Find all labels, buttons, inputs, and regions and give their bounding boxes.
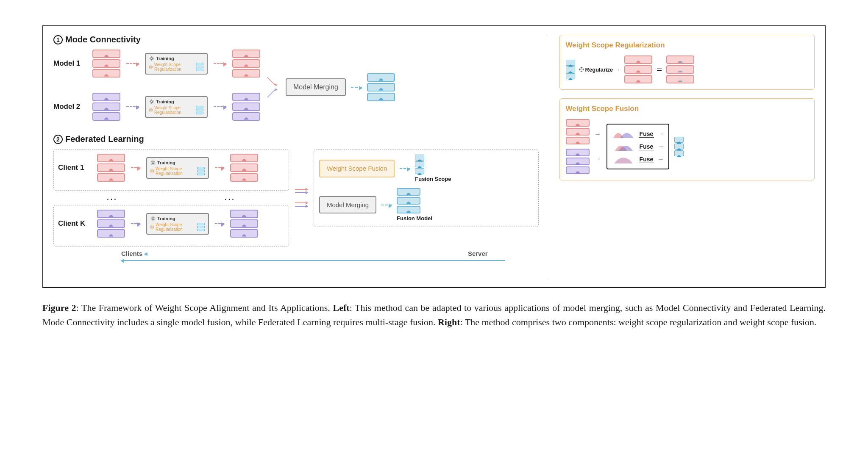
clients-column: Client 1 Training ⊙Weight Scope Regular <box>53 149 289 246</box>
arrow-icon <box>351 87 362 88</box>
fusion-flow: → → Fuse→ Fuse→ Fuse→ <box>566 119 808 174</box>
source-layers <box>624 55 652 83</box>
model-2-row: Model 2 Training ⊙Weight Scope Regulariz… <box>53 93 260 121</box>
arrow-icon <box>215 167 224 168</box>
merged-layers <box>367 73 395 101</box>
gear-icon <box>149 56 154 61</box>
ellipsis-1: ... <box>107 194 117 202</box>
figure-caption: Figure 2: The Framework of Weight Scope … <box>42 301 826 330</box>
federated-learning-section: 2 Federated Learning Client 1 <box>53 134 539 261</box>
wsr-label: Weight Scope Regularization <box>154 62 194 72</box>
training-box-client-1: Training ⊙Weight Scope Regularization <box>146 157 209 179</box>
client-1-label: Client 1 <box>58 163 91 172</box>
svg-point-0 <box>151 57 153 59</box>
distribution-blob-icon <box>612 129 635 139</box>
server-box: Weight Scope Fusion Fusion Scope Model M… <box>314 149 539 227</box>
mode-connectivity-flow: Model 1 Training ⊙Weight Scope Regulariz… <box>53 50 539 125</box>
arrow-icon <box>126 106 139 107</box>
target-icon: ⊙ <box>149 65 153 69</box>
training-box-client-k: Training ⊙Weight Scope Regularization <box>146 213 209 235</box>
section-1-title: 1 Mode Connectivity <box>53 35 539 44</box>
client-1-box: Client 1 Training ⊙Weight Scope Regular <box>53 149 289 191</box>
feedback-arrow-icon <box>121 260 505 261</box>
distribution-blob-icon <box>612 154 635 164</box>
mini-scope-icon <box>196 63 203 71</box>
target-scope-layers <box>566 60 575 79</box>
fusion-input-purple <box>566 149 590 174</box>
weight-scope-fusion-box: Weight Scope Fusion <box>319 160 395 177</box>
federated-learning-label: Federated Learning <box>65 134 144 144</box>
regularization-card: Weight Scope Regularization ⊙Regularize→… <box>559 35 815 90</box>
gear-icon <box>149 99 154 104</box>
left-panel: 1 Mode Connectivity Model 1 <box>53 35 539 279</box>
arrow-icon <box>131 167 140 168</box>
arrow-icon: → <box>595 155 601 163</box>
client-to-server-arrows <box>295 149 308 246</box>
model-merging-box: Model Merging <box>286 78 346 96</box>
model-2-layers-initial <box>92 93 120 121</box>
fusion-process-box: Fuse→ Fuse→ Fuse→ <box>606 124 670 169</box>
arrow-icon <box>381 205 392 205</box>
right-panel: Weight Scope Regularization ⊙Regularize→… <box>549 35 815 279</box>
arrow-icon <box>400 168 410 169</box>
fusion-scope-layers <box>415 155 451 174</box>
svg-point-1 <box>151 100 153 102</box>
figure-container: 1 Mode Connectivity Model 1 <box>42 25 826 330</box>
client-1-layers-in <box>97 154 125 182</box>
training-label: Training <box>156 56 174 61</box>
distribution-blob-icon <box>612 141 635 152</box>
regularization-flow: ⊙Regularize→ = <box>566 55 808 83</box>
arrow-icon: → <box>595 130 601 138</box>
bottom-labels: Clients ◂ Server <box>53 250 539 258</box>
fusion-model-layers <box>397 188 432 213</box>
server-column: Weight Scope Fusion Fusion Scope Model M… <box>314 149 539 246</box>
ellipsis-2: ... <box>225 194 235 202</box>
arrow-icon <box>215 223 224 224</box>
arrow-icon <box>126 63 139 64</box>
client-k-label: Client K <box>58 219 91 228</box>
fusion-card: Weight Scope Fusion <box>559 98 815 180</box>
mode-connectivity-label: Mode Connectivity <box>65 35 141 44</box>
model-1-layers-trained <box>232 50 260 78</box>
clients-label: Clients <box>121 250 142 257</box>
fusion-scope-label: Fusion Scope <box>415 176 451 182</box>
arrow-icon <box>131 223 140 224</box>
model-2-layers-trained <box>232 93 260 121</box>
model-1-label: Model 1 <box>53 59 86 68</box>
fuse-label: Fuse <box>639 130 654 138</box>
svg-point-5 <box>152 217 154 219</box>
model-merging-box-fl: Model Merging <box>319 196 376 213</box>
fl-flow: Client 1 Training ⊙Weight Scope Regular <box>53 149 539 246</box>
target-icon: ⊙ <box>149 108 153 112</box>
fusion-title: Weight Scope Fusion <box>566 105 808 113</box>
model-2-label: Model 2 <box>53 102 86 111</box>
equals-icon: = <box>657 64 662 75</box>
model-1-layers-initial <box>92 50 120 78</box>
arrow-icon <box>214 63 226 64</box>
fusion-input-pink <box>566 119 590 144</box>
converging-arrows-icon <box>265 75 281 100</box>
client-k-layers-out <box>230 210 258 238</box>
diagram-frame: 1 Mode Connectivity Model 1 <box>42 25 826 288</box>
figure-number: Figure 2 <box>42 302 76 313</box>
client-k-box: Client K Training ⊙Weight Scope Regular <box>53 205 289 246</box>
server-label: Server <box>468 250 488 257</box>
training-box-2: Training ⊙Weight Scope Regularization <box>145 96 208 118</box>
circled-1-icon: 1 <box>53 35 63 44</box>
regularize-label: ⊙Regularize→ <box>579 66 620 73</box>
client-1-layers-out <box>230 154 258 182</box>
client-k-layers-in <box>97 210 125 238</box>
svg-point-4 <box>152 161 154 163</box>
regularization-title: Weight Scope Regularization <box>566 41 808 50</box>
regularized-layers <box>666 55 694 83</box>
section-2-title: 2 Federated Learning <box>53 134 539 144</box>
training-box-1: Training ⊙Weight Scope Regularization <box>145 53 208 75</box>
circled-2-icon: 2 <box>53 135 63 144</box>
arrow-icon <box>214 106 226 107</box>
fusion-model-label: Fusion Model <box>397 215 432 222</box>
model-1-row: Model 1 Training ⊙Weight Scope Regulariz… <box>53 50 260 78</box>
fusion-output-layers <box>674 137 684 156</box>
